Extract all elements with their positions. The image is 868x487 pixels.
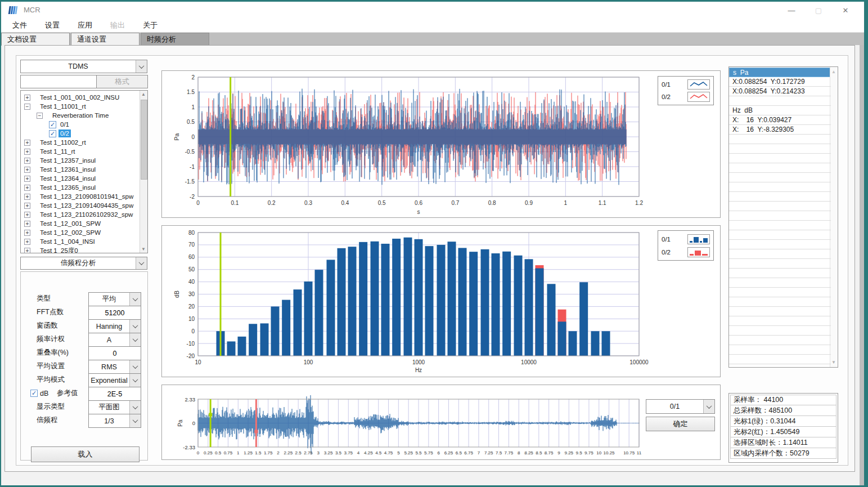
readout-row[interactable] bbox=[729, 326, 831, 336]
maximize-button[interactable]: ▢ bbox=[810, 4, 827, 16]
tree-label[interactable]: 0/1 bbox=[59, 120, 71, 128]
readout-row[interactable]: X:0.088254 Y:0.172729 bbox=[729, 77, 831, 87]
expand-plus-icon[interactable]: + bbox=[24, 158, 30, 164]
readout-row[interactable]: X: 16 Y:-8.329305 bbox=[729, 125, 831, 135]
form-combo[interactable]: A bbox=[88, 333, 141, 347]
form-combo[interactable]: 平面图 bbox=[88, 400, 141, 414]
tree-label[interactable]: Test 1_123_211026102932_spw bbox=[38, 211, 134, 218]
form-input[interactable] bbox=[88, 387, 141, 401]
tree-row[interactable]: −Test 1_11001_rt bbox=[24, 102, 88, 111]
form-combo[interactable]: 1/3 bbox=[88, 414, 141, 428]
menu-item[interactable]: 设置 bbox=[42, 19, 63, 32]
checkbox[interactable]: ✓ bbox=[49, 130, 56, 137]
expand-plus-icon[interactable]: + bbox=[24, 230, 30, 236]
scroll-up-icon[interactable]: ▲ bbox=[830, 69, 837, 74]
confirm-button[interactable]: 确定 bbox=[646, 417, 715, 431]
readout-row[interactable] bbox=[729, 355, 831, 364]
chevron-down-icon[interactable] bbox=[129, 401, 141, 414]
readout-row[interactable] bbox=[729, 211, 831, 221]
tree-row[interactable]: +Test 1_11002_rt bbox=[24, 138, 88, 147]
expand-plus-icon[interactable]: + bbox=[24, 149, 30, 155]
readout-row[interactable] bbox=[729, 221, 831, 230]
expand-plus-icon[interactable]: + bbox=[24, 194, 30, 200]
form-combo[interactable]: RMS bbox=[88, 360, 141, 374]
tree-row[interactable]: −Reverberation Time bbox=[37, 111, 110, 120]
readout-row[interactable] bbox=[729, 173, 831, 182]
tree-row[interactable]: +Test 1_1_004_INSI bbox=[24, 237, 97, 246]
file-tree[interactable]: ▲ ▼ +Test 1_001_001_002_INSU−Test 1_1100… bbox=[20, 90, 148, 253]
menu-item[interactable]: 应用 bbox=[74, 19, 96, 32]
readout-row[interactable] bbox=[729, 202, 831, 211]
readout-row[interactable] bbox=[729, 154, 831, 163]
tree-label[interactable]: Test 1_12364_insul bbox=[38, 175, 97, 182]
readout-row[interactable] bbox=[729, 249, 831, 259]
analysis-type-combo[interactable]: 倍频程分析 bbox=[20, 257, 147, 270]
expand-plus-icon[interactable]: + bbox=[24, 239, 30, 245]
readout-row[interactable] bbox=[729, 288, 831, 297]
db-checkbox[interactable]: ✓ bbox=[30, 390, 38, 397]
readout-row[interactable]: X: 16 Y:0.039427 bbox=[729, 115, 831, 125]
tab-active[interactable]: 时频分析 bbox=[141, 33, 209, 46]
search-input[interactable] bbox=[20, 75, 97, 88]
chevron-down-icon[interactable] bbox=[136, 257, 147, 269]
expand-plus-icon[interactable]: + bbox=[24, 221, 30, 227]
channel-combo[interactable]: 0/1 bbox=[646, 399, 715, 414]
readout-row[interactable] bbox=[729, 192, 831, 202]
tree-label[interactable]: Test 1_123_210914094435_spw bbox=[38, 202, 135, 209]
readout-row[interactable] bbox=[729, 96, 831, 106]
minimize-button[interactable]: — bbox=[783, 4, 800, 16]
readout-row[interactable] bbox=[729, 269, 831, 278]
expand-plus-icon[interactable]: + bbox=[24, 140, 30, 146]
third-octave-spectrum-chart[interactable]: 80706050403020100-10-2010100100010000100… bbox=[162, 226, 721, 378]
tree-row[interactable]: +Test 1_12_001_SPW bbox=[24, 219, 102, 228]
load-button[interactable]: 载入 bbox=[31, 446, 140, 462]
readout-row[interactable] bbox=[729, 259, 831, 269]
tree-row[interactable]: +Test 1_12365_insul bbox=[24, 183, 97, 192]
chevron-down-icon[interactable] bbox=[129, 333, 141, 346]
tree-label[interactable]: Test 1_12365_insul bbox=[38, 184, 97, 191]
full-record-waveform-chart[interactable]: 2.330-2.3300.250.50.7511.251.51.7522.252… bbox=[162, 385, 721, 461]
chevron-down-icon[interactable] bbox=[129, 414, 141, 427]
tree-row[interactable]: ✓0/1 bbox=[49, 120, 71, 129]
menu-item[interactable]: 输出 bbox=[107, 19, 128, 32]
readout-scrollbar[interactable]: ▲ ▼ bbox=[830, 67, 838, 367]
chevron-down-icon[interactable] bbox=[129, 320, 141, 333]
form-input[interactable] bbox=[88, 306, 141, 320]
format-button[interactable]: 格式 bbox=[96, 75, 148, 88]
tree-row[interactable]: +Test 1_123_210914094435_spw bbox=[24, 201, 135, 210]
tree-scrollbar-thumb[interactable] bbox=[141, 100, 147, 180]
tree-label[interactable]: 0/2 bbox=[59, 129, 71, 137]
readout-row[interactable] bbox=[729, 316, 831, 326]
chevron-down-icon[interactable] bbox=[129, 360, 141, 373]
expand-plus-icon[interactable]: + bbox=[24, 185, 30, 191]
expand-plus-icon[interactable]: + bbox=[24, 212, 30, 218]
readout-row[interactable] bbox=[729, 345, 831, 355]
scroll-down-icon[interactable]: ▼ bbox=[830, 360, 837, 365]
menu-item[interactable]: 文件 bbox=[9, 19, 30, 32]
chevron-down-icon[interactable] bbox=[703, 400, 714, 413]
tree-row[interactable]: ✓0/2 bbox=[49, 129, 71, 138]
tree-row[interactable]: +Test 1_12357_insul bbox=[24, 156, 97, 165]
scroll-down-icon[interactable]: ▼ bbox=[140, 247, 147, 252]
chevron-down-icon[interactable] bbox=[129, 374, 141, 387]
readout-row[interactable] bbox=[729, 278, 831, 288]
tree-label[interactable]: Test 1_11002_rt bbox=[38, 138, 88, 146]
readout-row[interactable]: Hz dB bbox=[729, 106, 831, 115]
tree-label[interactable]: Test 1_12_001_SPW bbox=[38, 220, 102, 227]
tree-label[interactable]: Reverberation Time bbox=[51, 111, 110, 119]
tab-inactive[interactable]: 文档设置 bbox=[1, 33, 70, 46]
form-combo[interactable]: Exponential bbox=[88, 373, 141, 387]
file-format-combo[interactable]: TDMS bbox=[20, 60, 147, 73]
tree-label[interactable]: Test 1_11001_rt bbox=[38, 102, 88, 110]
tree-label[interactable]: Test 1_12_002_SPW bbox=[38, 229, 102, 236]
chevron-down-icon[interactable] bbox=[129, 293, 141, 306]
tree-label[interactable]: Test 1_001_001_002_INSU bbox=[38, 93, 121, 101]
tree-row[interactable]: +Test 1_123_211026102932_spw bbox=[24, 210, 134, 219]
collapse-minus-icon[interactable]: − bbox=[37, 113, 43, 119]
tree-row[interactable]: +Test 1_25度0 bbox=[24, 246, 80, 253]
expand-plus-icon[interactable]: + bbox=[24, 248, 30, 254]
tree-row[interactable]: +Test 1_123_210908101941_spw bbox=[24, 192, 135, 201]
readout-row[interactable] bbox=[729, 336, 831, 345]
form-combo[interactable]: 平均 bbox=[88, 292, 141, 306]
tree-row[interactable]: +Test 1_12364_insul bbox=[24, 174, 97, 183]
